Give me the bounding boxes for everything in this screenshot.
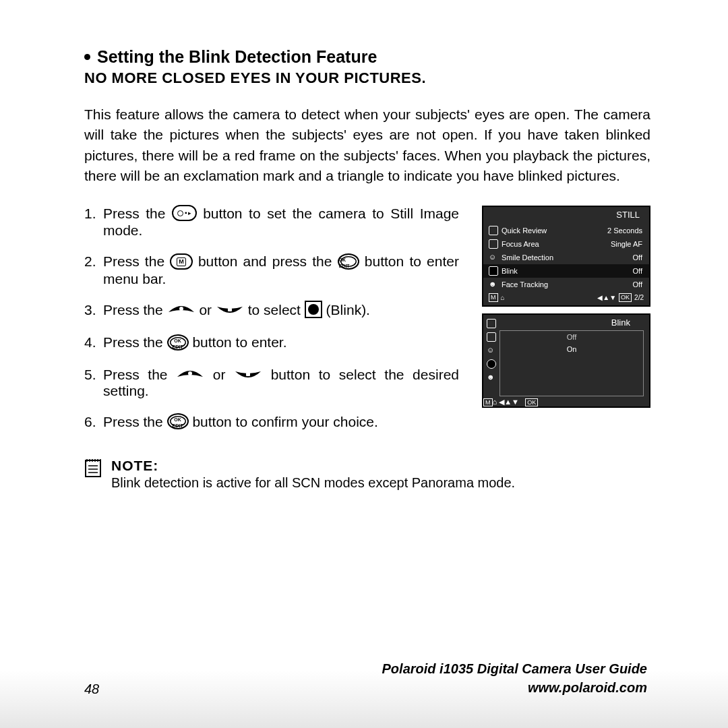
svg-rect-4 bbox=[86, 460, 100, 477]
note-section: NOTE: Blink detection is active for all … bbox=[84, 458, 650, 491]
step-text: Press the or to select (Blink). bbox=[103, 302, 459, 320]
screen-footer: M⌂ ◀▲▼ OK bbox=[483, 398, 649, 406]
page-number: 48 bbox=[84, 681, 99, 697]
side-icon bbox=[487, 319, 496, 328]
down-button-icon bbox=[234, 367, 262, 381]
step-text: Press the M button and press the OKEDIT … bbox=[103, 253, 459, 286]
step-number: 1. bbox=[84, 206, 103, 239]
option-off: Off bbox=[500, 331, 643, 343]
down-button-icon bbox=[216, 303, 244, 316]
side-icon: ☺ bbox=[487, 346, 496, 355]
step-3: 3. Press the or to select (Blink). bbox=[84, 302, 459, 320]
up-button-icon bbox=[176, 367, 204, 381]
nav-arrows-icon: ◀▲▼ bbox=[597, 294, 616, 301]
m-indicator-icon: M bbox=[489, 293, 498, 302]
m-indicator-icon: M bbox=[483, 398, 493, 406]
step-number: 5. bbox=[84, 367, 103, 399]
step-number: 3. bbox=[84, 302, 103, 320]
bullet-icon bbox=[84, 54, 90, 60]
menu-row-quick-review: Quick Review 2 Seconds bbox=[483, 224, 649, 237]
steps-list: 1. Press the ▪ button to set the camera … bbox=[84, 206, 459, 446]
guide-reference: Polaroid i1035 Digital Camera User Guide… bbox=[382, 659, 647, 697]
step-text: Press the ▪ button to set the camera to … bbox=[103, 206, 459, 239]
submenu-title: Blink bbox=[499, 315, 649, 330]
screen-title: STILL bbox=[483, 207, 649, 224]
note-label: NOTE: bbox=[111, 458, 515, 474]
menu-value: 2 Seconds bbox=[607, 226, 642, 235]
menu-row-smile-detection: ☺Smile Detection Off bbox=[483, 251, 649, 264]
smile-detection-icon: ☺ bbox=[489, 253, 498, 262]
menu-row-blink: Blink Off bbox=[483, 264, 649, 278]
svg-rect-1 bbox=[228, 308, 232, 311]
step-4: 4. Press the OKEDIT button to enter. bbox=[84, 334, 459, 351]
home-icon: ⌂ bbox=[493, 398, 497, 406]
side-icon-blink bbox=[487, 359, 496, 369]
step-number: 2. bbox=[84, 253, 103, 286]
ok-indicator: OK bbox=[525, 398, 538, 406]
blink-menu-icon bbox=[305, 301, 322, 318]
heading-text: Setting the Blink Detection Feature bbox=[97, 47, 377, 66]
camera-screen-blink-submenu: ☺ ☻ Blink Off On M⌂ ◀▲▼ bbox=[482, 313, 650, 408]
menu-row-face-tracking: ☻Face Tracking Off bbox=[483, 278, 649, 291]
guide-title: Polaroid i1035 Digital Camera User Guide bbox=[382, 659, 647, 678]
menu-row-focus-area: Focus Area Single AF bbox=[483, 237, 649, 251]
mode-button-icon: ▪ bbox=[172, 205, 197, 221]
ok-indicator: OK bbox=[619, 293, 632, 302]
menu-value: Off bbox=[633, 267, 642, 275]
step-5: 5. Press the or button to select the des… bbox=[84, 367, 459, 399]
guide-url: www.polaroid.com bbox=[382, 678, 647, 697]
content-columns: 1. Press the ▪ button to set the camera … bbox=[84, 206, 650, 446]
step-1: 1. Press the ▪ button to set the camera … bbox=[84, 206, 459, 239]
step-number: 4. bbox=[84, 334, 103, 351]
section-heading: Setting the Blink Detection Feature bbox=[84, 47, 650, 67]
up-button-icon bbox=[167, 303, 195, 316]
section-subheading: NO MORE CLOSED EYES IN YOUR PICTURES. bbox=[84, 69, 650, 87]
page-indicator: 2/2 bbox=[634, 294, 644, 301]
step-6: 6. Press the OKEDIT button to confirm yo… bbox=[84, 414, 459, 431]
svg-point-0 bbox=[179, 307, 183, 311]
step-2: 2. Press the M button and press the OKED… bbox=[84, 253, 459, 286]
menu-value: Off bbox=[633, 253, 642, 262]
step-text: Press the or button to select the desire… bbox=[103, 367, 459, 399]
screen-footer: M⌂ ◀▲▼ OK 2/2 bbox=[483, 291, 649, 305]
intro-paragraph: This feature allows the camera to detect… bbox=[84, 104, 650, 187]
option-on: On bbox=[500, 343, 643, 355]
note-body: NOTE: Blink detection is active for all … bbox=[111, 458, 515, 491]
step-text: Press the OKEDIT button to enter. bbox=[103, 334, 459, 351]
svg-point-2 bbox=[188, 371, 192, 375]
side-icon: ☻ bbox=[487, 373, 496, 382]
quick-review-icon bbox=[489, 226, 498, 235]
svg-rect-3 bbox=[246, 373, 250, 376]
step-text: Press the OKEDIT button to confirm your … bbox=[103, 414, 459, 431]
options-box: Off On bbox=[499, 330, 644, 396]
blink-icon bbox=[489, 266, 498, 276]
step-number: 6. bbox=[84, 414, 103, 431]
menu-button-icon: M bbox=[170, 253, 193, 270]
home-icon: ⌂ bbox=[501, 294, 505, 301]
focus-area-icon bbox=[489, 239, 498, 249]
menu-value: Off bbox=[633, 280, 642, 289]
menu-value: Single AF bbox=[611, 240, 642, 248]
nav-arrows-icon: ◀▲▼ bbox=[499, 398, 519, 406]
camera-screen-still-menu: STILL Quick Review 2 Seconds Focus Area … bbox=[482, 206, 650, 307]
note-icon bbox=[84, 458, 102, 478]
manual-page: Setting the Blink Detection Feature NO M… bbox=[0, 0, 728, 491]
camera-screens: STILL Quick Review 2 Seconds Focus Area … bbox=[482, 206, 650, 446]
side-icons: ☺ ☻ bbox=[483, 315, 499, 398]
ok-edit-button-icon: OKEDIT bbox=[167, 413, 189, 429]
ok-edit-button-icon: OKEDIT bbox=[338, 253, 359, 270]
side-icon bbox=[487, 332, 496, 342]
ok-edit-button-icon: OKEDIT bbox=[167, 334, 189, 351]
face-tracking-icon: ☻ bbox=[489, 280, 498, 289]
note-text: Blink detection is active for all SCN mo… bbox=[111, 475, 515, 491]
page-footer: 48 Polaroid i1035 Digital Camera User Gu… bbox=[0, 659, 728, 697]
